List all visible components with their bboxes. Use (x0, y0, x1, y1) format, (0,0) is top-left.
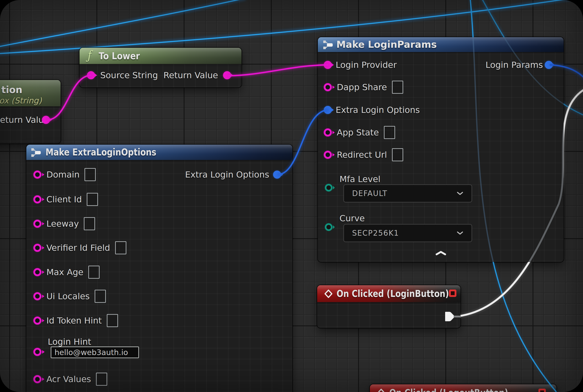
source-string-label: Source String (100, 70, 158, 80)
client-id-label: Client Id (46, 194, 82, 204)
ui-locales-label: Ui Locales (46, 291, 90, 301)
chevron-down-icon (456, 192, 464, 196)
delegate-pin[interactable] (538, 388, 546, 392)
node-partial-function-title: tion (1, 84, 22, 95)
acr-values-label: Acr Values (46, 374, 91, 384)
verifier-id-field-value-box[interactable] (115, 241, 126, 254)
curve-value: SECP256K1 (352, 229, 399, 238)
redirect-url-label: Redirect Url (337, 150, 387, 160)
event-diamond-icon (377, 388, 386, 392)
extra-login-options-output-pin[interactable] (273, 170, 281, 179)
pin-row: Ui Locales (33, 290, 106, 302)
curve-dropdown[interactable]: SECP256K1 (343, 224, 472, 242)
node-make-extra-login-options-title: Make ExtraLoginOptions (46, 147, 156, 158)
redirect-url-value-box[interactable] (392, 148, 403, 161)
login-params-output-pin[interactable] (545, 61, 553, 69)
pin-row: App State (324, 126, 395, 139)
node-to-lower[interactable]: ƒ To Lower Source String Return Value (80, 48, 242, 88)
client-id-value-box[interactable] (87, 193, 98, 206)
domain-pin[interactable] (33, 170, 42, 179)
node-make-login-params[interactable]: Make LoginParams Login Provider Dapp Sha… (318, 37, 564, 262)
client-id-pin[interactable] (33, 195, 42, 204)
pin-row: Verifier Id Field (33, 242, 126, 254)
mfa-level-dropdown[interactable]: DEFAULT (343, 184, 472, 202)
id-token-hint-value-box[interactable] (107, 314, 118, 327)
pin-row: Domain (33, 168, 96, 181)
app-state-value-box[interactable] (384, 126, 395, 139)
function-f-icon: ƒ (87, 49, 91, 62)
extra-login-options-input-pin[interactable] (324, 106, 332, 114)
pin-row: Client Id (33, 193, 98, 206)
return-value-pin[interactable] (223, 71, 231, 79)
dapp-share-label: Dapp Share (337, 82, 387, 92)
node-partial-function-subtitle: ox (String) (0, 96, 42, 105)
node-to-lower-title: To Lower (99, 51, 140, 62)
collapse-chevron-icon[interactable] (435, 250, 446, 256)
max-age-value-box[interactable] (88, 266, 100, 279)
event-diamond-icon (324, 289, 333, 298)
ui-locales-pin[interactable] (33, 292, 42, 300)
return-value-label: Return Value (163, 70, 218, 80)
domain-label: Domain (46, 170, 80, 180)
return-value-pin[interactable] (42, 116, 50, 124)
id-token-hint-pin[interactable] (33, 316, 42, 325)
chevron-down-icon (456, 231, 464, 235)
login-hint-label: Login Hint (48, 337, 91, 346)
delegate-pin[interactable] (449, 290, 456, 297)
login-params-output-label: Login Params (486, 60, 543, 70)
extra-login-options-input-label: Extra Login Options (336, 105, 420, 115)
pin-row: Leeway (33, 218, 95, 230)
wire-pink-2[interactable] (228, 65, 328, 76)
login-provider-label: Login Provider (336, 60, 397, 70)
pin-row: Acr Values (33, 373, 107, 386)
dapp-share-pin[interactable] (324, 83, 332, 91)
node-on-clicked-login-button[interactable]: On Clicked (LoginButton) (317, 285, 460, 328)
login-hint-value: hello@web3auth.io (54, 348, 128, 357)
mfa-level-value: DEFAULT (352, 189, 388, 198)
wire-cyan-1-glow (0, 0, 246, 47)
blueprint-canvas[interactable]: tion ox (String) eturn Value ƒ To Lower … (0, 0, 583, 392)
app-state-label: App State (337, 128, 379, 138)
wire-cyan-1[interactable] (0, 0, 246, 47)
ui-locales-value-box[interactable] (94, 290, 106, 303)
acr-values-value-box[interactable] (96, 373, 107, 386)
node-on-clicked-logout-button[interactable]: On Clicked (LogoutButton) (370, 384, 556, 392)
verifier-id-field-label: Verifier Id Field (46, 243, 110, 253)
node-on-clicked-login-button-title: On Clicked (LoginButton) (336, 288, 449, 299)
node-on-clicked-logout-button-title: On Clicked (LogoutButton) (389, 388, 508, 392)
leeway-pin[interactable] (33, 220, 42, 228)
app-state-pin[interactable] (324, 128, 332, 136)
node-partial-function[interactable]: tion ox (String) eturn Value (0, 80, 60, 144)
make-struct-icon (323, 39, 334, 51)
curve-pin[interactable] (325, 223, 332, 231)
domain-value-box[interactable] (84, 168, 96, 181)
dapp-share-value-box[interactable] (392, 81, 403, 94)
extra-login-options-output-label: Extra Login Options (185, 170, 269, 179)
mfa-level-label: Mfa Level (340, 174, 380, 184)
exec-output-pin[interactable] (445, 311, 455, 322)
source-string-pin[interactable] (87, 71, 95, 79)
leeway-label: Leeway (46, 219, 79, 229)
verifier-id-field-pin[interactable] (33, 244, 42, 252)
node-make-extra-login-options[interactable]: Make ExtraLoginOptions Domain Client Id … (26, 145, 292, 392)
login-hint-input[interactable]: hello@web3auth.io (51, 346, 139, 358)
wire-pink-2-glow (228, 65, 328, 76)
login-provider-pin[interactable] (324, 61, 332, 69)
curve-label: Curve (340, 214, 365, 223)
make-struct-icon (31, 147, 42, 158)
leeway-value-box[interactable] (84, 217, 95, 230)
node-make-login-params-title: Make LoginParams (336, 39, 437, 50)
max-age-label: Max Age (46, 267, 83, 277)
mfa-level-pin[interactable] (325, 184, 332, 192)
pin-row: Id Token Hint (33, 314, 118, 327)
login-hint-pin[interactable] (33, 348, 42, 356)
pin-row: Max Age (33, 266, 100, 278)
id-token-hint-label: Id Token Hint (46, 316, 102, 326)
pin-row: Redirect Url (324, 148, 403, 161)
pin-row: Dapp Share (324, 81, 403, 94)
acr-values-pin[interactable] (33, 375, 42, 383)
max-age-pin[interactable] (33, 268, 42, 276)
redirect-url-pin[interactable] (324, 151, 332, 159)
